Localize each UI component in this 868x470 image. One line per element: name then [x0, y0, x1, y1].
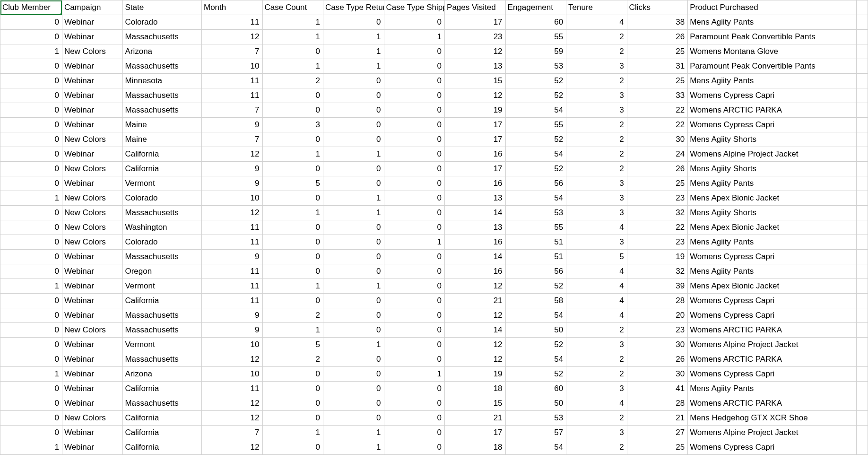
cell[interactable]: Womens Cypress Capri [688, 367, 857, 382]
cell[interactable]: 59 [505, 44, 566, 59]
cell[interactable]: 0 [323, 323, 384, 338]
cell[interactable]: 4 [566, 396, 627, 411]
cell[interactable]: 0 [0, 411, 62, 426]
cell[interactable]: 4 [566, 15, 627, 30]
cell[interactable]: 0 [323, 294, 384, 308]
cell[interactable]: 52 [505, 132, 566, 147]
cell[interactable]: 0 [323, 103, 384, 118]
cell[interactable]: 2 [566, 367, 627, 382]
cell[interactable]: 0 [0, 147, 62, 162]
cell[interactable]: Massachusetts [123, 88, 202, 103]
cell[interactable]: Webinar [62, 250, 123, 264]
cell[interactable]: 0 [262, 440, 323, 455]
cell[interactable]: 25 [627, 440, 688, 455]
cell[interactable]: Massachusetts [123, 30, 202, 44]
cell[interactable]: 26 [627, 162, 688, 176]
cell[interactable]: 51 [505, 250, 566, 264]
cell[interactable]: 28 [627, 396, 688, 411]
cell[interactable]: 11 [202, 88, 263, 103]
cell[interactable]: Mens Apex Bionic Jacket [688, 191, 857, 206]
cell[interactable]: 39 [627, 279, 688, 294]
cell[interactable]: 0 [384, 74, 445, 88]
table-row[interactable]: 0New ColorsCalifornia120002153221Mens He… [0, 411, 868, 426]
cell[interactable]: Webinar [62, 382, 123, 396]
cell[interactable]: 56 [505, 176, 566, 191]
cell[interactable]: Maine [123, 118, 202, 132]
cell[interactable]: 60 [505, 382, 566, 396]
cell[interactable]: 55 [505, 220, 566, 235]
cell[interactable]: 12 [445, 279, 506, 294]
cell[interactable]: Webinar [62, 367, 123, 382]
cell[interactable]: 0 [384, 323, 445, 338]
column-header[interactable]: Campaign [62, 0, 123, 15]
table-row[interactable]: 0WebinarMinnesota112001552225Mens Agiity… [0, 74, 868, 88]
cell[interactable]: 3 [566, 191, 627, 206]
empty-cell[interactable] [857, 440, 868, 455]
cell[interactable]: Webinar [62, 176, 123, 191]
cell[interactable]: California [123, 147, 202, 162]
cell[interactable]: 54 [505, 352, 566, 367]
cell[interactable]: Womens Alpine Project Jacket [688, 338, 857, 352]
cell[interactable]: 0 [323, 162, 384, 176]
cell[interactable]: 0 [262, 411, 323, 426]
cell[interactable]: 1 [323, 426, 384, 440]
table-row[interactable]: 0WebinarMassachusetts90001451519Womens C… [0, 250, 868, 264]
cell[interactable]: 18 [445, 382, 506, 396]
cell[interactable]: California [123, 411, 202, 426]
cell[interactable]: 2 [566, 440, 627, 455]
cell[interactable]: 11 [202, 220, 263, 235]
table-row[interactable]: 0WebinarCalifornia71101757327Womens Alpi… [0, 426, 868, 440]
column-header[interactable]: Month [202, 0, 263, 15]
cell[interactable]: 0 [262, 44, 323, 59]
empty-cell[interactable] [857, 426, 868, 440]
cell[interactable]: 52 [505, 338, 566, 352]
cell[interactable]: 1 [0, 279, 62, 294]
cell[interactable]: 21 [445, 294, 506, 308]
cell[interactable]: 4 [566, 279, 627, 294]
cell[interactable]: 0 [0, 59, 62, 74]
cell[interactable]: Maine [123, 132, 202, 147]
cell[interactable]: 54 [505, 103, 566, 118]
cell[interactable]: Mens Agiity Pants [688, 235, 857, 250]
cell[interactable]: 19 [627, 250, 688, 264]
cell[interactable]: New Colors [62, 44, 123, 59]
cell[interactable]: 1 [384, 235, 445, 250]
data-table[interactable]: Club MemberCampaignStateMonthCase CountC… [0, 0, 868, 455]
cell[interactable]: 0 [384, 191, 445, 206]
cell[interactable]: California [123, 382, 202, 396]
cell[interactable]: 0 [0, 308, 62, 323]
cell[interactable]: Womens Cypress Capri [688, 294, 857, 308]
table-row[interactable]: 0WebinarCalifornia110002158428Womens Cyp… [0, 294, 868, 308]
cell[interactable]: 0 [0, 88, 62, 103]
empty-cell[interactable] [857, 279, 868, 294]
cell[interactable]: 19 [445, 367, 506, 382]
cell[interactable]: 0 [384, 147, 445, 162]
cell[interactable]: 14 [445, 206, 506, 220]
cell[interactable]: 11 [202, 235, 263, 250]
cell[interactable]: 7 [202, 44, 263, 59]
cell[interactable]: 55 [505, 118, 566, 132]
table-row[interactable]: 0WebinarMassachusetts101101353331Paramou… [0, 59, 868, 74]
cell[interactable]: 14 [445, 323, 506, 338]
table-row[interactable]: 0WebinarColorado111001760438Mens Agiity … [0, 15, 868, 30]
empty-cell[interactable] [857, 352, 868, 367]
cell[interactable]: Vermont [123, 279, 202, 294]
cell[interactable]: 12 [445, 338, 506, 352]
cell[interactable]: 2 [566, 147, 627, 162]
cell[interactable]: 0 [323, 220, 384, 235]
cell[interactable]: 26 [627, 30, 688, 44]
cell[interactable]: New Colors [62, 411, 123, 426]
empty-cell[interactable] [857, 103, 868, 118]
cell[interactable]: Womens Cypress Capri [688, 440, 857, 455]
column-header[interactable]: Case Type Return [323, 0, 384, 15]
cell[interactable]: 52 [505, 367, 566, 382]
cell[interactable]: 0 [384, 308, 445, 323]
table-row[interactable]: 0WebinarOregon110001656432Mens Agiity Pa… [0, 264, 868, 279]
cell[interactable]: 3 [566, 206, 627, 220]
cell[interactable]: 30 [627, 367, 688, 382]
table-row[interactable]: 0WebinarMassachusetts92001254420Womens C… [0, 308, 868, 323]
cell[interactable]: 0 [0, 235, 62, 250]
empty-cell[interactable] [857, 264, 868, 279]
cell[interactable]: 16 [445, 176, 506, 191]
cell[interactable]: 4 [566, 264, 627, 279]
